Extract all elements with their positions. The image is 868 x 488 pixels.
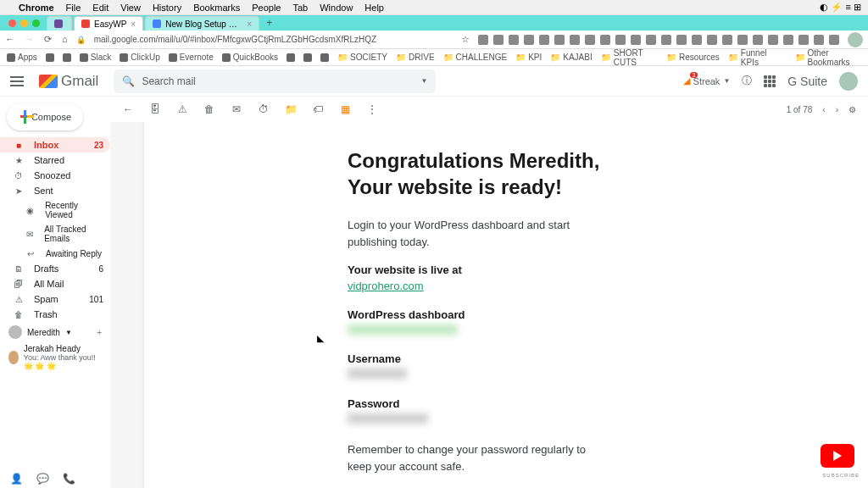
sidebar-item-spam[interactable]: ⚠ Spam 101: [0, 291, 110, 307]
add-icon[interactable]: +: [97, 328, 102, 337]
bookmark-item[interactable]: [320, 53, 329, 62]
bookmark-folder[interactable]: 📁 Funnel KPIs: [728, 48, 778, 67]
delete-icon[interactable]: 🗑: [203, 103, 215, 115]
forward-button[interactable]: →: [25, 34, 34, 45]
bookmark-folder[interactable]: 📁 KPI: [515, 53, 542, 62]
sidebar-item-starred[interactable]: ★ Starred: [0, 152, 110, 168]
bookmark-item[interactable]: Evernote: [169, 53, 214, 62]
youtube-subscribe-button[interactable]: [821, 444, 854, 468]
menu-edit[interactable]: Edit: [92, 3, 108, 13]
sidebar-item-drafts[interactable]: 🗎 Drafts 6: [0, 261, 110, 276]
compose-button[interactable]: Compose: [7, 103, 83, 130]
mark-unread-icon[interactable]: ✉: [231, 103, 242, 115]
bookmark-folder[interactable]: 📁 DRIVE: [396, 53, 435, 62]
window-controls[interactable]: [2, 19, 47, 27]
help-icon[interactable]: ⓘ: [742, 74, 752, 88]
sidebar-item-inbox[interactable]: ■ Inbox 23: [0, 137, 110, 152]
bookmark-item[interactable]: [46, 53, 54, 62]
profile-avatar[interactable]: [848, 32, 863, 47]
redacted-dashboard-url: [348, 324, 458, 335]
person-icon[interactable]: 👤: [10, 473, 23, 485]
app-name[interactable]: Chrome: [19, 3, 54, 13]
report-spam-icon[interactable]: ⚠: [176, 103, 188, 115]
search-dropdown-icon[interactable]: ▼: [420, 77, 427, 85]
bookmark-item[interactable]: [63, 53, 71, 62]
menu-help[interactable]: Help: [364, 3, 384, 13]
favicon: [81, 19, 90, 28]
phone-icon[interactable]: 📞: [63, 473, 75, 485]
bookmark-item[interactable]: QuickBooks: [222, 53, 278, 62]
settings-icon[interactable]: ⚙: [849, 105, 856, 114]
bookmark-folder[interactable]: 📁 SOCIETY: [337, 53, 387, 62]
menu-window[interactable]: Window: [320, 3, 353, 13]
menu-view[interactable]: View: [120, 3, 141, 13]
archive-icon[interactable]: 🗄: [149, 103, 161, 115]
sidebar-sub-item[interactable]: ↩Awaiting Reply: [0, 246, 110, 261]
bookmark-folder[interactable]: 📁 SHORT CUTS: [601, 48, 658, 67]
labels-icon[interactable]: 🏷: [312, 103, 324, 115]
menu-file[interactable]: File: [66, 3, 81, 13]
bookmark-apps[interactable]: Apps: [7, 53, 37, 62]
sidebar-item-snoozed[interactable]: ⏱ Snoozed: [0, 168, 110, 183]
browser-tab[interactable]: New Blog Setup Process | Doc ×: [145, 16, 259, 30]
email-content: Congratulations Meredith, Your website i…: [314, 122, 868, 488]
bookmark-folder[interactable]: 📁 Resources: [666, 53, 720, 62]
menu-bookmarks[interactable]: Bookmarks: [193, 3, 240, 13]
bookmark-item[interactable]: Slack: [80, 53, 111, 62]
move-icon[interactable]: 📁: [285, 103, 297, 115]
back-icon[interactable]: ←: [122, 103, 134, 115]
menu-icon[interactable]: [10, 76, 24, 86]
new-tab-button[interactable]: +: [261, 17, 277, 29]
close-tab-icon[interactable]: ×: [247, 19, 252, 29]
browser-tab[interactable]: [47, 16, 72, 30]
menu-tab[interactable]: Tab: [292, 3, 308, 13]
website-link[interactable]: vidprohero.com: [348, 280, 424, 292]
bookmark-folder[interactable]: 📁 KAJABI: [550, 53, 592, 62]
bookmark-item[interactable]: [287, 53, 295, 62]
maximize-window-icon[interactable]: [32, 19, 40, 27]
next-icon[interactable]: ›: [836, 105, 838, 114]
reload-button[interactable]: ⟳: [44, 34, 52, 45]
menu-people[interactable]: People: [252, 3, 281, 13]
redacted-username: [348, 369, 407, 379]
sidebar-item-trash[interactable]: 🗑 Trash: [0, 307, 110, 322]
trash-icon: 🗑: [14, 309, 24, 319]
menu-history[interactable]: History: [153, 3, 181, 13]
browser-tab-active[interactable]: EasyWP ×: [74, 16, 143, 30]
star-icon[interactable]: ☆: [461, 34, 470, 45]
bookmark-item[interactable]: ClickUp: [120, 53, 159, 62]
bookmark-item[interactable]: [303, 53, 312, 62]
streak-box-icon[interactable]: ▦: [339, 103, 351, 115]
account-avatar[interactable]: [839, 72, 858, 91]
main-area: Compose ■ Inbox 23 ★ Starred ⏱ Snoozed ➤…: [0, 97, 868, 488]
sidebar-sub-item[interactable]: ✉All Tracked Emails: [0, 222, 110, 246]
gsuite-label[interactable]: G Suite: [787, 75, 827, 88]
other-bookmarks[interactable]: 📁 Other Bookmarks: [795, 48, 861, 67]
bookmark-folder[interactable]: 📁 CHALLENGE: [443, 53, 508, 62]
search-input[interactable]: 🔍 Search mail ▼: [114, 69, 436, 93]
minimize-window-icon[interactable]: [20, 19, 28, 27]
sidebar-item-allmail[interactable]: 🗐 All Mail: [0, 276, 110, 291]
close-tab-icon[interactable]: ×: [131, 19, 136, 29]
sidebar-sub-item[interactable]: ◉Recently Viewed: [0, 198, 110, 222]
streak-button[interactable]: ◢ 3 Streak ▼: [683, 75, 731, 86]
lock-icon[interactable]: 🔒: [76, 36, 86, 44]
chat-icon[interactable]: 💬: [36, 473, 49, 485]
close-window-icon[interactable]: [8, 19, 16, 27]
sidebar-item-sent[interactable]: ➤ Sent: [0, 183, 110, 198]
gmail-logo[interactable]: Gmail: [39, 73, 98, 90]
sidebar-user[interactable]: Meredith ▼ +: [0, 322, 110, 342]
chat-item[interactable]: Jerakah Heady You: Aww thank you!! 🌟 🌟 🌟: [0, 342, 110, 372]
user-avatar: [8, 325, 22, 339]
email-sender-panel: [144, 122, 314, 488]
snooze-icon[interactable]: ⏱: [258, 103, 270, 115]
prev-icon[interactable]: ‹: [822, 105, 825, 114]
url-field[interactable]: mail.google.com/mail/u/0/#inbox/FMfcgxwG…: [94, 35, 453, 44]
url-bar: ← → ⟳ ⌂ 🔒 mail.google.com/mail/u/0/#inbo…: [0, 30, 868, 49]
more-icon[interactable]: ⋮: [366, 103, 378, 115]
password-label: Password: [348, 397, 817, 410]
apps-icon[interactable]: [764, 75, 776, 87]
back-button[interactable]: ←: [5, 34, 14, 45]
home-button[interactable]: ⌂: [62, 34, 68, 45]
extension-icons[interactable]: [478, 35, 839, 45]
